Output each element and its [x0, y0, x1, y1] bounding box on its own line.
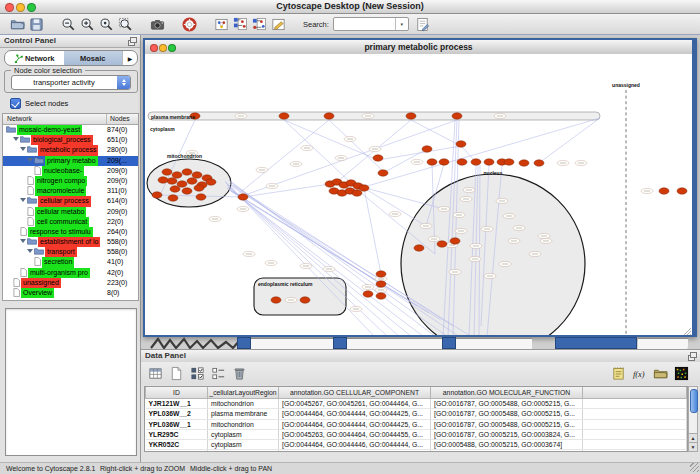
dp-trash-button[interactable] — [230, 364, 249, 383]
dp-notepad-button[interactable] — [609, 364, 628, 383]
graph-node[interactable] — [437, 241, 447, 247]
graph-node[interactable] — [363, 291, 373, 297]
tree-item-macromolecule[interactable]: macromolecule311(0) — [3, 186, 138, 196]
graph-node[interactable] — [168, 195, 178, 201]
graph-node[interactable] — [376, 293, 386, 299]
tree-item-secretion[interactable]: secretion41(0) — [3, 257, 138, 267]
tree-item-cell-communicat[interactable]: cell communicat22(0) — [3, 217, 138, 227]
graph-edge[interactable] — [329, 120, 383, 171]
tree-item-transport[interactable]: transport558(0) — [3, 247, 138, 257]
background-window-corner[interactable] — [333, 337, 347, 349]
graph-edge[interactable] — [284, 120, 350, 182]
network-view-titlebar[interactable]: primary metabolic process — [145, 40, 692, 55]
graph-node[interactable] — [519, 160, 529, 166]
annotation-button[interactable] — [270, 16, 287, 33]
graph-node[interactable] — [152, 192, 162, 198]
table-row[interactable]: YKR052Ccytoplasm[GO:0044464, GO:0044446,… — [146, 440, 687, 450]
table-row[interactable]: YDR039C__1mitochondrion[GO:0044464, GO:0… — [146, 450, 687, 452]
tree-item-biological-process[interactable]: biological_process651(0) — [3, 135, 138, 145]
birds-eye-view[interactable] — [5, 308, 137, 456]
tree-item-primary-metabo[interactable]: primary metabo209(... — [3, 156, 138, 166]
table-header[interactable] — [583, 387, 687, 399]
snapshot-button[interactable] — [149, 16, 166, 33]
graph-node[interactable] — [450, 238, 460, 244]
graph-node[interactable] — [406, 113, 416, 119]
resize-grip[interactable] — [690, 463, 699, 472]
dp-table-button[interactable] — [146, 364, 165, 383]
graph-edge[interactable] — [237, 120, 329, 195]
graph-node[interactable] — [172, 172, 182, 178]
graph-node[interactable] — [471, 159, 481, 165]
graph-edge[interactable] — [411, 120, 461, 146]
tree-item-response-to-stimulu[interactable]: response to stimulu264(0) — [3, 227, 138, 237]
graph-node[interactable] — [452, 113, 462, 119]
graph-node[interactable] — [456, 141, 466, 147]
table-header[interactable]: annotation.GO CELLULAR_COMPONENT — [279, 387, 431, 399]
tab-overflow-arrow[interactable]: ▶ — [122, 51, 137, 65]
tree-item-unassigned[interactable]: unassigned223(0) — [3, 278, 138, 288]
graph-node[interactable] — [359, 185, 369, 191]
tree-item-nucleobase-[interactable]: nucleobase-209(0) — [3, 166, 138, 176]
tree-item-establishment-of-lo[interactable]: establishment of lo558(0) — [3, 237, 138, 247]
zoom-out-button[interactable] — [60, 16, 77, 33]
zoom-in-button[interactable] — [79, 16, 96, 33]
scroll-up-arrow[interactable]: ▲ — [689, 433, 697, 442]
table-row[interactable]: YLR295Ccytoplasm[GO:0045263, GO:0044464,… — [146, 429, 687, 439]
node-color-dropdown[interactable]: transporter activity — [11, 75, 131, 90]
network-canvas[interactable]: plasma membranecytoplasmmitochondrionnuc… — [145, 54, 692, 335]
graph-node[interactable] — [192, 172, 202, 178]
graph-node[interactable] — [659, 188, 669, 194]
graph-node[interactable] — [504, 159, 514, 165]
canvas-resize-grip[interactable] — [683, 328, 691, 335]
graph-node[interactable] — [534, 160, 544, 166]
graph-node[interactable] — [677, 188, 687, 194]
tab-network[interactable]: Network — [5, 51, 64, 65]
graph-node[interactable] — [376, 281, 386, 287]
graph-edge[interactable] — [364, 188, 381, 274]
search-dropdown-arrow[interactable]: ▾ — [395, 18, 408, 30]
background-window-corner[interactable] — [237, 337, 251, 349]
tree-item-cellular-process[interactable]: cellular process614(0) — [3, 196, 138, 206]
page-edit-button[interactable] — [414, 16, 431, 33]
table-header[interactable]: annotation.GO MOLECULAR_FUNCTION — [431, 387, 583, 399]
graph-node[interactable] — [414, 245, 424, 251]
graph-node[interactable] — [376, 271, 386, 277]
tree-item-metabolic-process[interactable]: metabolic process280(0) — [3, 145, 138, 155]
dp-attr-select-button[interactable] — [188, 364, 207, 383]
table-header[interactable]: _cellularLayoutRegion — [208, 387, 279, 399]
graph-node[interactable] — [484, 159, 494, 165]
table-header[interactable]: ID — [146, 387, 208, 399]
dp-folder-button[interactable] — [651, 364, 670, 383]
nucleus-region[interactable] — [401, 174, 585, 335]
zoom-fit-button[interactable] — [98, 16, 115, 33]
tree-item-cellular-metabo[interactable]: cellular metabo209(0) — [3, 207, 138, 217]
zoom-selected-button[interactable] — [117, 16, 134, 33]
graph-node[interactable] — [238, 194, 248, 200]
table-row[interactable]: YJR121W__1mitochondrion[GO:0045267, GO:0… — [146, 399, 687, 409]
graph-node[interactable] — [170, 186, 180, 192]
graph-node[interactable] — [206, 179, 216, 185]
expand-arrow-icon[interactable] — [27, 249, 33, 253]
tab-mosaic[interactable]: Mosaic — [64, 51, 123, 65]
float-panel-icon[interactable] — [128, 37, 136, 45]
tree-item-mosaic-demo-yeast[interactable]: mosaic-demo-yeast874(0) — [3, 125, 138, 135]
graph-node[interactable] — [378, 170, 388, 176]
graph-node[interactable] — [352, 190, 362, 196]
float-panel-icon[interactable] — [688, 352, 696, 360]
background-window-corner[interactable] — [442, 337, 456, 349]
scrollbar-thumb[interactable] — [690, 389, 698, 413]
graph-node[interactable] — [182, 188, 192, 194]
graph-edge[interactable] — [243, 184, 330, 197]
graph-node[interactable] — [422, 146, 432, 152]
help-button[interactable] — [181, 16, 198, 33]
graph-node[interactable] — [194, 185, 204, 191]
dp-attr-list-button[interactable] — [209, 364, 228, 383]
table-row[interactable]: YPL036W__2plasma membrane[GO:0044464, GO… — [146, 409, 687, 419]
expand-arrow-icon[interactable] — [20, 147, 26, 151]
tree-item-nitrogen-compo[interactable]: nitrogen compo209(0) — [3, 176, 138, 186]
attribute-table[interactable]: ID_cellularLayoutRegionannotation.GO CEL… — [144, 386, 688, 452]
graph-node[interactable] — [158, 177, 168, 183]
tree-item-multi-organism-pro[interactable]: multi-organism pro42(0) — [3, 268, 138, 278]
graph-node[interactable] — [182, 169, 192, 175]
dp-function-button[interactable]: f(x) — [630, 364, 649, 383]
